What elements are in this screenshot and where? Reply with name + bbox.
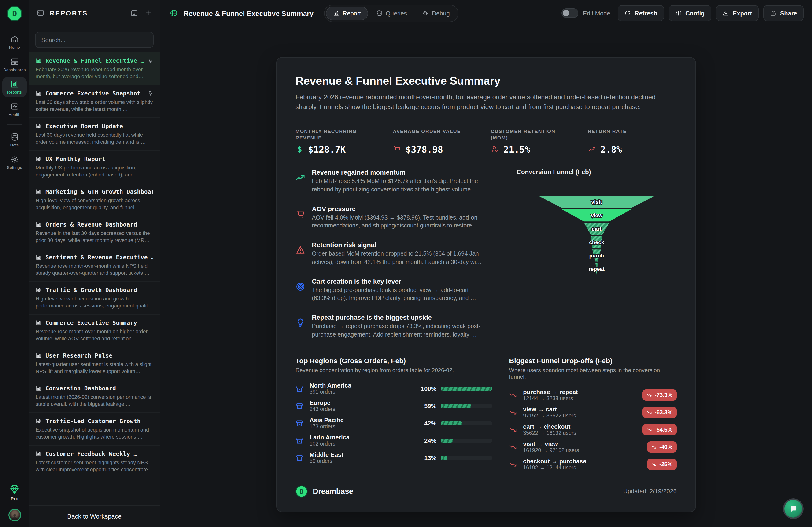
bar-chart-icon bbox=[35, 58, 42, 64]
dashboards-icon bbox=[10, 57, 19, 66]
svg-text:$: $ bbox=[298, 145, 302, 153]
user-avatar[interactable] bbox=[8, 509, 21, 522]
brand-logo-icon: D bbox=[295, 485, 308, 497]
funnel-label-check: check bbox=[589, 239, 604, 245]
rail-item-home[interactable]: Home bbox=[2, 32, 27, 52]
report-list-item-revenue-funnel-executive[interactable]: Revenue & Funnel Executive … February 20… bbox=[29, 53, 160, 85]
bug-icon bbox=[422, 10, 429, 16]
storefront-icon bbox=[295, 419, 303, 427]
calendar-import-icon[interactable] bbox=[129, 8, 139, 18]
rail-item-health[interactable]: Health bbox=[2, 100, 27, 119]
bar-chart-icon bbox=[35, 221, 42, 228]
tab-queries[interactable]: Queries bbox=[369, 6, 414, 20]
report-list-item-user-research-pulse[interactable]: User Research Pulse Latest-quarter user … bbox=[29, 347, 160, 380]
bar-chart-icon bbox=[35, 254, 42, 260]
funnel-label-cart: cart bbox=[592, 226, 601, 232]
sidebar-search bbox=[29, 26, 160, 53]
region-row: Latin America 102 orders 24% bbox=[295, 432, 492, 449]
kpi: MONTHLY RECURRING REVENUE $ $128.7K bbox=[295, 128, 393, 155]
region-row: Asia Pacific 173 orders 42% bbox=[295, 414, 492, 432]
add-report-icon[interactable] bbox=[143, 8, 153, 18]
report-list-item-sentiment-revenue-executive[interactable]: Sentiment & Revenue Executive … Revenue … bbox=[29, 249, 160, 282]
health-icon bbox=[10, 102, 19, 111]
dropoffs-subheading: Where users abandon most between steps i… bbox=[509, 367, 677, 380]
cart-icon bbox=[295, 209, 305, 230]
report-list-item-conversion-dashboard[interactable]: Conversion Dashboard Latest month (2026-… bbox=[29, 380, 160, 413]
rail-item-dashboards[interactable]: Dashboards bbox=[2, 55, 27, 74]
report-list-item-commerce-executive-snapshot[interactable]: Commerce Executive Snapshot Last 30 days… bbox=[29, 85, 160, 118]
user-check-icon bbox=[491, 145, 499, 153]
divider bbox=[8, 27, 21, 27]
insight-item: Retention risk signal Order-based MoM re… bbox=[295, 241, 502, 266]
search-input[interactable] bbox=[35, 32, 154, 48]
toolbar-button-refresh[interactable]: Refresh bbox=[618, 5, 664, 21]
report-list-item-customer-feedback-weekly[interactable]: Customer Feedback Weekly … Latest custom… bbox=[29, 445, 160, 478]
report-list-item-ux-monthly-report[interactable]: UX Monthly Report Monthly UX performance… bbox=[29, 151, 160, 184]
svg-text:D: D bbox=[300, 488, 303, 495]
bar-chart-icon bbox=[35, 352, 42, 358]
rail-item-settings[interactable]: Settings bbox=[2, 152, 27, 172]
dropoff-badge: -54.5% bbox=[642, 424, 677, 435]
trend-down-icon bbox=[509, 460, 517, 468]
region-rows: North America 391 orders 100% bbox=[295, 380, 492, 466]
report-card: Revenue & Funnel Executive Summary Febru… bbox=[276, 57, 696, 512]
funnel-panel: Conversion Funnel (Feb) visitviewcartche… bbox=[502, 169, 677, 350]
report-list-item-marketing-gtm-growth[interactable]: Marketing & GTM Growth Dashboard High-le… bbox=[29, 184, 160, 216]
insight-item: Repeat purchase is the biggest upside Pu… bbox=[295, 313, 502, 339]
report-list-item-traffic-led-customer-growth[interactable]: Traffic-Led Customer Growth Executive sn… bbox=[29, 413, 160, 445]
top-regions-section: Top Regions (Gross Orders, Feb) Revenue … bbox=[295, 356, 492, 473]
pin-icon bbox=[147, 58, 153, 63]
rail-item-reports[interactable]: Reports bbox=[2, 77, 27, 97]
dropoff-badge: -73.3% bbox=[642, 390, 677, 401]
trend-down-icon bbox=[651, 444, 656, 450]
chat-button[interactable] bbox=[783, 498, 803, 519]
brand-name: Dreambase bbox=[313, 487, 353, 495]
funnel-label-view: view bbox=[591, 213, 602, 218]
gem-icon bbox=[9, 484, 20, 495]
rail-bottom: Pro bbox=[8, 484, 21, 527]
back-to-workspace-button[interactable]: Back to Workspace bbox=[29, 506, 160, 527]
toolbar-button-export[interactable]: Export bbox=[716, 5, 758, 21]
regions-heading: Top Regions (Gross Orders, Feb) bbox=[295, 356, 492, 364]
target-icon bbox=[295, 281, 305, 303]
collapse-panel-icon[interactable] bbox=[35, 8, 45, 18]
dropoff-row: cart → checkout 35622 → 16192 users -54.… bbox=[509, 421, 677, 438]
trend-down-icon bbox=[647, 393, 652, 398]
bar-chart-icon bbox=[35, 451, 42, 457]
bar-chart-icon bbox=[35, 123, 42, 129]
storefront-icon bbox=[295, 436, 303, 444]
report-list-item-executive-board-update[interactable]: Executive Board Update Last 30 days reve… bbox=[29, 118, 160, 151]
toolbar-button-config[interactable]: Config bbox=[668, 5, 711, 21]
main-area: Revenue & Funnel Executive Summary Repor… bbox=[160, 0, 812, 527]
edit-mode-label: Edit Mode bbox=[583, 10, 610, 17]
pro-button[interactable]: Pro bbox=[9, 484, 20, 501]
tab-report[interactable]: Report bbox=[326, 6, 368, 20]
tab-debug[interactable]: Debug bbox=[415, 6, 457, 20]
report-title: Revenue & Funnel Executive Summary bbox=[295, 74, 677, 88]
app-logo[interactable]: D bbox=[6, 5, 23, 21]
updated-timestamp: Updated: 2/19/2026 bbox=[623, 488, 677, 495]
edit-mode-toggle[interactable] bbox=[561, 9, 578, 18]
bar-chart-icon bbox=[10, 79, 19, 88]
trend-down-icon bbox=[647, 410, 652, 415]
download-icon bbox=[722, 10, 729, 16]
insight-item: AOV pressure AOV fell 4.0% MoM ($394.93 … bbox=[295, 205, 502, 230]
trend-down-icon bbox=[509, 408, 517, 416]
bar-chart-icon bbox=[35, 156, 42, 162]
insight-list: Revenue regained momentum Feb MRR rose 5… bbox=[295, 169, 502, 350]
trend-down-icon bbox=[647, 427, 652, 432]
report-list-item-orders-revenue-dashboard[interactable]: Orders & Revenue Dashboard Revenue in th… bbox=[29, 216, 160, 249]
toolbar-button-share[interactable]: Share bbox=[763, 5, 803, 21]
funnel-label-purch: purch bbox=[589, 253, 604, 259]
report-list-item-traffic-growth-dashboard[interactable]: Traffic & Growth Dashboard High-level vi… bbox=[29, 282, 160, 314]
kpi: RETURN RATE 2.8% bbox=[588, 128, 677, 155]
bar-chart-icon bbox=[35, 320, 42, 326]
alert-triangle-icon bbox=[295, 245, 305, 266]
report-list-item-commerce-executive-summary[interactable]: Commerce Executive Summary Revenue rose … bbox=[29, 314, 160, 347]
funnel-label-visit: visit bbox=[591, 199, 602, 205]
gear-icon bbox=[10, 155, 19, 164]
insight-item: Revenue regained momentum Feb MRR rose 5… bbox=[295, 169, 502, 194]
regions-subheading: Revenue concentration by region from ord… bbox=[295, 367, 492, 373]
dropoff-badge: -40% bbox=[647, 441, 677, 453]
rail-item-data[interactable]: Data bbox=[2, 130, 27, 150]
